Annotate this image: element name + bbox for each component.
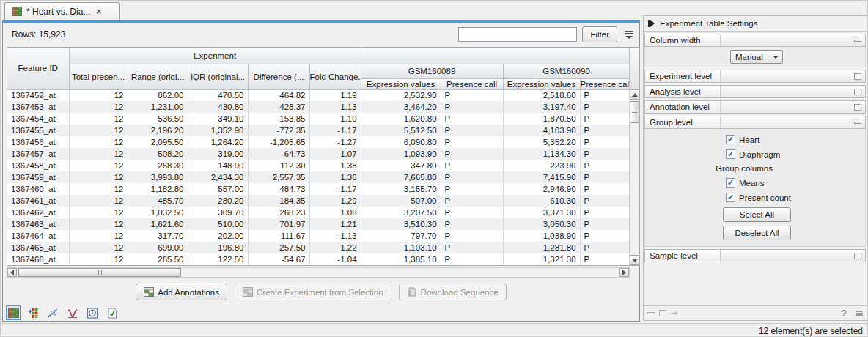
section-group-level[interactable]: Group level: [644, 116, 866, 129]
section-column-width[interactable]: Column width: [644, 34, 866, 47]
table-cell[interactable]: P: [580, 218, 630, 230]
horizontal-scroll-thumb[interactable]: [18, 268, 181, 277]
table-cell[interactable]: P: [441, 136, 503, 148]
table-cell[interactable]: P: [441, 113, 503, 125]
table-cell[interactable]: 257.50: [248, 242, 309, 253]
table-cell[interactable]: 1,093.90: [361, 148, 441, 160]
table-row[interactable]: 1367466_at 12 265.50 122.50 -54.67 -1.04…: [7, 253, 630, 265]
table-cell[interactable]: 1,038.90: [503, 230, 580, 242]
table-cell[interactable]: 699.00: [128, 242, 188, 253]
table-cell[interactable]: 4,103.90: [503, 125, 580, 136]
table-cell[interactable]: 3,993.80: [128, 171, 188, 183]
collapse-section-icon[interactable]: [854, 122, 861, 124]
table-cell[interactable]: 797.70: [361, 230, 441, 242]
table-cell[interactable]: 2,532.90: [361, 89, 441, 101]
table-row[interactable]: 1367464_at 12 317.70 202.00 -111.67 -1.1…: [7, 230, 630, 242]
table-cell[interactable]: 1.13: [309, 101, 361, 113]
table-row[interactable]: 1367456_at 12 2,095.50 1,264.20 -1,205.6…: [7, 136, 630, 148]
col-header-presence-call-89[interactable]: Presence call: [441, 78, 503, 89]
table-cell[interactable]: 1367463_at: [7, 218, 69, 230]
table-cell[interactable]: -1.27: [309, 136, 361, 148]
table-cell[interactable]: 347.80: [361, 160, 441, 171]
table-cell[interactable]: 1.10: [309, 113, 361, 125]
table-cell[interactable]: 148.90: [188, 160, 248, 171]
table-cell[interactable]: 557.00: [188, 183, 248, 195]
table-cell[interactable]: 1,182.80: [128, 183, 188, 195]
expand-section-icon[interactable]: [854, 104, 861, 111]
download-sequence-button[interactable]: Download Sequence: [399, 284, 507, 300]
table-cell[interactable]: 3,155.70: [361, 183, 441, 195]
settings-menu-icon[interactable]: [856, 311, 863, 316]
expand-section-icon[interactable]: [854, 73, 861, 80]
table-cell[interactable]: 184.35: [248, 195, 309, 207]
table-cell[interactable]: 1.36: [309, 171, 361, 183]
expand-all-icon[interactable]: [659, 310, 666, 316]
table-cell[interactable]: 3,050.30: [503, 218, 580, 230]
table-cell[interactable]: 2,434.30: [188, 171, 248, 183]
checkbox-icon[interactable]: ✓: [726, 135, 735, 144]
scroll-left-button[interactable]: [7, 268, 17, 277]
table-cell[interactable]: P: [441, 207, 503, 218]
table-cell[interactable]: 5,512.50: [361, 125, 441, 136]
table-cell[interactable]: 1367457_at: [7, 148, 69, 160]
table-cell[interactable]: 122.50: [188, 253, 248, 265]
table-cell[interactable]: -1.17: [309, 183, 361, 195]
table-cell[interactable]: 317.70: [128, 230, 188, 242]
table-cell[interactable]: 12: [69, 136, 128, 148]
table-cell[interactable]: 1.38: [309, 160, 361, 171]
select-all-button[interactable]: Select All: [723, 207, 791, 222]
table-cell[interactable]: 1.21: [309, 218, 361, 230]
section-sample-level[interactable]: Sample level: [644, 249, 866, 262]
table-cell[interactable]: 1,870.50: [503, 113, 580, 125]
table-cell[interactable]: 2,946.90: [503, 183, 580, 195]
table-cell[interactable]: 153.85: [248, 113, 309, 125]
table-cell[interactable]: 1.08: [309, 207, 361, 218]
table-cell[interactable]: -1.17: [309, 125, 361, 136]
table-cell[interactable]: 12: [69, 242, 128, 253]
table-cell[interactable]: 1,134.30: [503, 148, 580, 160]
table-cell[interactable]: P: [441, 101, 503, 113]
table-row[interactable]: 1367465_at 12 699.00 196.80 257.50 1.22 …: [7, 242, 630, 253]
table-cell[interactable]: 268.30: [128, 160, 188, 171]
help-icon[interactable]: ?: [841, 308, 847, 319]
table-cell[interactable]: 508.20: [128, 148, 188, 160]
table-cell[interactable]: 510.00: [188, 218, 248, 230]
table-cell[interactable]: 464.82: [248, 89, 309, 101]
table-cell[interactable]: 12: [69, 113, 128, 125]
table-cell[interactable]: -111.67: [248, 230, 309, 242]
table-cell[interactable]: P: [441, 89, 503, 101]
table-row[interactable]: 1367453_at 12 1,231.00 430.80 428.37 1.1…: [7, 101, 630, 113]
table-cell[interactable]: 12: [69, 101, 128, 113]
table-cell[interactable]: P: [441, 242, 503, 253]
table-cell[interactable]: 3,207.50: [361, 207, 441, 218]
table-cell[interactable]: P: [580, 113, 630, 125]
table-cell[interactable]: 12: [69, 148, 128, 160]
table-cell[interactable]: 1,352.90: [188, 125, 248, 136]
table-row[interactable]: 1367461_at 12 485.70 280.20 184.35 1.29 …: [7, 195, 630, 207]
table-cell[interactable]: 12: [69, 160, 128, 171]
vertical-scroll-thumb[interactable]: [630, 101, 639, 123]
table-cell[interactable]: 485.70: [128, 195, 188, 207]
table-cell[interactable]: P: [441, 148, 503, 160]
table-cell[interactable]: 12: [69, 253, 128, 265]
table-row[interactable]: 1367458_at 12 268.30 148.90 112.30 1.38 …: [7, 160, 630, 171]
table-cell[interactable]: 1367460_at: [7, 183, 69, 195]
collapse-panel-icon[interactable]: [648, 20, 655, 27]
table-cell[interactable]: P: [580, 148, 630, 160]
table-cell[interactable]: 862.00: [128, 89, 188, 101]
table-row[interactable]: 1367460_at 12 1,182.80 557.00 -484.73 -1…: [7, 183, 630, 195]
table-cell[interactable]: 1367459_at: [7, 171, 69, 183]
table-cell[interactable]: -1.07: [309, 148, 361, 160]
collapse-all-icon[interactable]: [647, 312, 655, 314]
table-cell[interactable]: 12: [69, 171, 128, 183]
checkbox-icon[interactable]: ✓: [726, 178, 735, 188]
table-cell[interactable]: 7,665.80: [361, 171, 441, 183]
group-header-gsm160090[interactable]: GSM160090: [503, 64, 630, 78]
table-row[interactable]: 1367452_at 12 862.00 470.50 464.82 1.19 …: [7, 89, 630, 101]
scroll-up-button[interactable]: [630, 89, 639, 100]
scroll-right-button[interactable]: [619, 268, 629, 277]
col-header-total-present[interactable]: Total presen...: [69, 64, 128, 89]
filter-expander-icon[interactable]: [622, 29, 636, 40]
table-cell[interactable]: 196.80: [188, 242, 248, 253]
filter-button[interactable]: Filter: [582, 26, 617, 42]
